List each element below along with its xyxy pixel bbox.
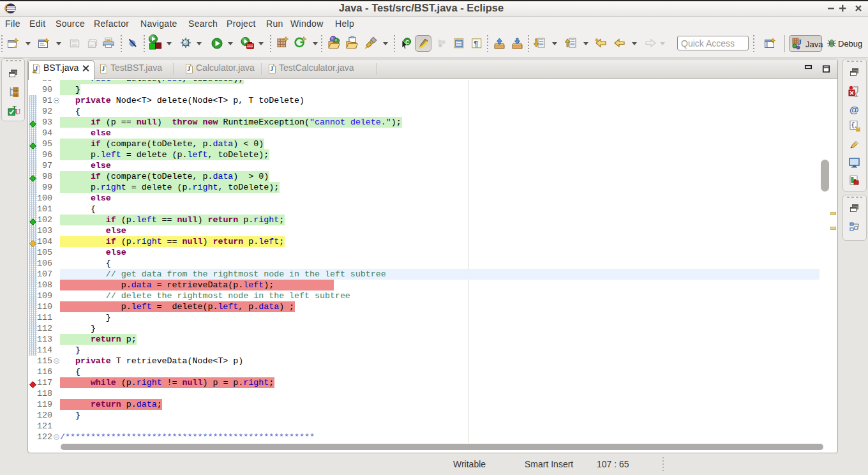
- svg-text:J: J: [187, 65, 190, 72]
- svg-text:J: J: [798, 37, 802, 47]
- svg-text:J: J: [270, 65, 273, 72]
- svg-text:{: {: [851, 122, 855, 129]
- svg-text:J: J: [101, 65, 105, 72]
- svg-text:¶: ¶: [474, 40, 479, 49]
- svg-text:U: U: [15, 107, 20, 116]
